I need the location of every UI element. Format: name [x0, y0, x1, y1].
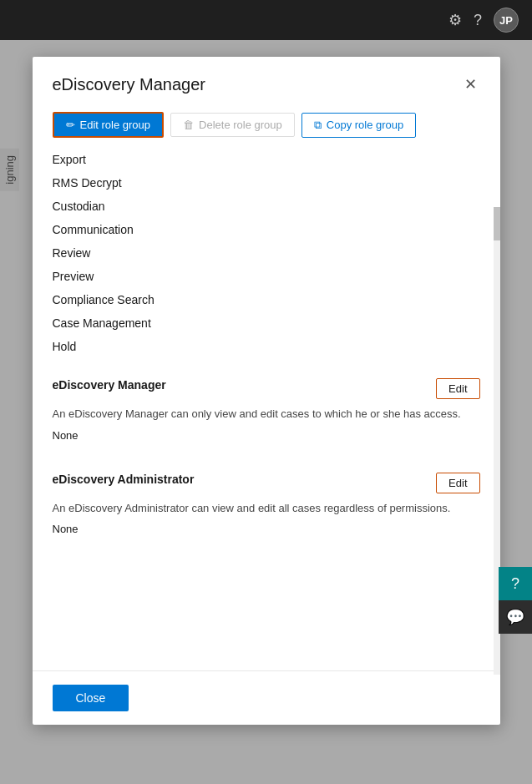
section-header: eDiscovery Administrator Edit [53, 473, 480, 493]
list-item: Custodian [53, 195, 480, 218]
ediscovery-administrator-section: eDiscovery Administrator Edit An eDiscov… [53, 473, 480, 544]
modal-toolbar: ✏ Edit role group 🗑 Delete role group ⧉ … [33, 105, 500, 148]
ediscovery-manager-edit-button[interactable]: Edit [436, 378, 479, 399]
list-item: Case Management [53, 311, 480, 335]
ediscovery-manager-section: eDiscovery Manager Edit An eDiscovery Ma… [53, 378, 480, 449]
ediscovery-administrator-title: eDiscovery Administrator [53, 473, 195, 486]
right-panel: ? 💬 [499, 567, 532, 634]
modal-header: eDiscovery Manager ✕ [33, 57, 500, 105]
ediscovery-manager-description: An eDiscovery Manager can only view and … [53, 406, 480, 422]
ediscovery-administrator-value: None [53, 523, 79, 535]
list-item: Hold [53, 335, 480, 358]
modal-close-button[interactable]: ✕ [461, 73, 480, 95]
right-help-button[interactable]: ? [499, 567, 532, 600]
settings-icon[interactable]: ⚙ [448, 11, 462, 29]
modal-title: eDiscovery Manager [53, 75, 205, 94]
help-icon[interactable]: ? [474, 12, 482, 29]
modal-overlay: eDiscovery Manager ✕ ✏ Edit role group 🗑… [0, 40, 532, 784]
ediscovery-manager-title: eDiscovery Manager [53, 378, 166, 392]
modal-content: Export RMS Decrypt Custodian Communicati… [33, 148, 500, 670]
ediscovery-manager-value: None [53, 429, 79, 442]
edit-icon: ✏ [66, 119, 75, 131]
top-bar: ⚙ ? JP [0, 0, 532, 40]
delete-role-group-label: Delete role group [199, 119, 282, 131]
list-item: Review [53, 241, 480, 265]
section-header: eDiscovery Manager Edit [53, 378, 480, 399]
list-item: Export [53, 148, 480, 171]
right-help-icon: ? [511, 575, 519, 593]
roles-list: Export RMS Decrypt Custodian Communicati… [53, 148, 480, 358]
ediscovery-administrator-description: An eDiscovery Administrator can view and… [53, 500, 480, 517]
right-chat-icon: 💬 [506, 608, 524, 626]
list-item: RMS Decrypt [53, 171, 480, 195]
delete-icon: 🗑 [183, 119, 194, 131]
delete-role-group-button[interactable]: 🗑 Delete role group [170, 113, 295, 137]
list-item: Communication [53, 218, 480, 241]
modal-footer: Close [33, 670, 500, 725]
right-chat-button[interactable]: 💬 [499, 600, 532, 634]
list-item: Preview [53, 265, 480, 288]
edit-role-group-label: Edit role group [80, 119, 151, 131]
close-button[interactable]: Close [53, 685, 129, 711]
copy-role-group-label: Copy role group [327, 119, 404, 131]
avatar[interactable]: JP [494, 8, 519, 33]
modal-panel: eDiscovery Manager ✕ ✏ Edit role group 🗑… [33, 57, 500, 725]
list-item: Compliance Search [53, 288, 480, 311]
page-background: igning eDiscovery Manager ✕ ✏ Edit role … [0, 40, 532, 784]
ediscovery-administrator-edit-button[interactable]: Edit [436, 473, 479, 493]
copy-role-group-button[interactable]: ⧉ Copy role group [301, 113, 417, 138]
edit-role-group-button[interactable]: ✏ Edit role group [53, 112, 165, 138]
copy-icon: ⧉ [314, 119, 322, 132]
